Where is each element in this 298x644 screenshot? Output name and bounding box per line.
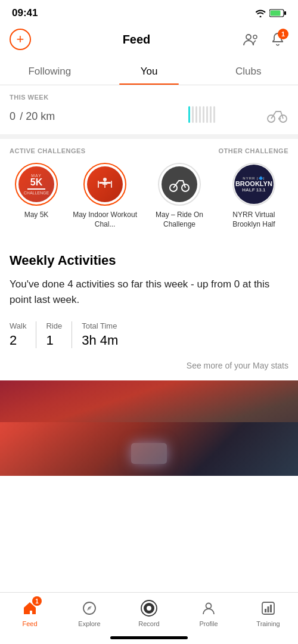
add-button[interactable]: + bbox=[10, 29, 31, 50]
nav-training-label: Training bbox=[256, 620, 280, 627]
svg-rect-2 bbox=[271, 11, 281, 16]
indoor-icon bbox=[95, 175, 114, 194]
status-icons bbox=[255, 9, 286, 17]
nav-feed[interactable]: 1 Feed bbox=[9, 599, 51, 627]
battery-icon bbox=[269, 9, 286, 17]
challenge-name: May – Ride On Challenge bbox=[147, 210, 212, 229]
challenge-name: May 5K bbox=[24, 210, 49, 220]
nav-profile[interactable]: Profile bbox=[188, 599, 229, 627]
this-week-label: THIS WEEK bbox=[10, 94, 288, 101]
stat-ride-value: 1 bbox=[46, 333, 62, 348]
home-indicator bbox=[110, 636, 188, 639]
header-actions: 1 bbox=[242, 29, 288, 50]
nav-record-label: Record bbox=[138, 620, 159, 627]
see-more-stats-link[interactable]: See more of your May stats bbox=[187, 361, 288, 370]
challenge-ride[interactable]: May – Ride On Challenge bbox=[147, 163, 212, 229]
stat-time-value: 3h 4m bbox=[82, 333, 118, 348]
people-button[interactable] bbox=[242, 32, 260, 47]
progress-fill bbox=[188, 106, 190, 123]
svg-rect-24 bbox=[265, 609, 266, 612]
this-week-section: THIS WEEK 0 / 20 km bbox=[0, 85, 298, 126]
bike-icon bbox=[267, 106, 287, 123]
other-challenges-label: OTHER CHALLENGE bbox=[219, 147, 289, 154]
stat-ride: Ride 1 bbox=[46, 321, 72, 348]
this-week-distance: 0 / 20 km bbox=[10, 106, 55, 124]
svg-rect-10 bbox=[111, 181, 112, 188]
svg-rect-25 bbox=[268, 606, 269, 612]
weekly-stats: Walk 2 Ride 1 Total Time 3h 4m bbox=[10, 321, 288, 348]
challenge-brooklyn[interactable]: NYRR |🔷| BROOKLYN HALF 13.1 NYRR Virtual… bbox=[219, 163, 288, 229]
challenge-indoor[interactable]: May Indoor Workout Chal... bbox=[70, 163, 139, 229]
header-title: Feed bbox=[123, 33, 151, 47]
section-divider bbox=[0, 134, 298, 139]
weekly-title: Weekly Activities bbox=[10, 253, 288, 268]
challenges-section: ACTIVE CHALLENGES OTHER CHALLENGE MAY 5K… bbox=[0, 139, 298, 239]
stat-ride-label: Ride bbox=[46, 321, 62, 330]
challenge-name: NYRR Virtual Brooklyn Half bbox=[219, 210, 288, 229]
stat-time-label: Total Time bbox=[82, 321, 118, 330]
nav-profile-label: Profile bbox=[199, 620, 218, 627]
svg-point-22 bbox=[206, 603, 212, 609]
svg-rect-1 bbox=[284, 11, 286, 15]
notification-badge: 1 bbox=[278, 29, 288, 39]
bike-icon-container bbox=[266, 103, 288, 126]
challenge-may5k[interactable]: MAY 5K CHALLENGE May 5K bbox=[10, 163, 63, 229]
svg-point-11 bbox=[103, 178, 107, 181]
nav-explore-label: Explore bbox=[78, 620, 100, 627]
progress-area bbox=[188, 103, 288, 126]
feed-badge: 1 bbox=[32, 596, 42, 606]
weekly-activities-section: Weekly Activities You've done 4 activiti… bbox=[0, 239, 298, 380]
compass-icon bbox=[82, 600, 97, 616]
app-header: + Feed 1 bbox=[0, 24, 298, 57]
training-icon bbox=[260, 600, 276, 616]
challenge-name: May Indoor Workout Chal... bbox=[70, 210, 139, 229]
status-time: 09:41 bbox=[12, 7, 38, 19]
weekly-description: You've done 4 activities so far this wee… bbox=[10, 277, 288, 307]
svg-rect-26 bbox=[270, 605, 272, 612]
nav-feed-label: Feed bbox=[22, 620, 37, 627]
active-challenges-label: ACTIVE CHALLENGES bbox=[10, 147, 86, 154]
wifi-icon bbox=[255, 9, 266, 17]
people-icon bbox=[242, 32, 260, 47]
status-bar: 09:41 bbox=[0, 0, 298, 24]
challenges-list[interactable]: MAY 5K CHALLENGE May 5K bbox=[0, 163, 298, 239]
feed-tabs: Following You Clubs bbox=[0, 57, 298, 85]
stat-walk: Walk 2 bbox=[10, 321, 36, 348]
svg-point-3 bbox=[246, 35, 251, 39]
stat-total-time: Total Time 3h 4m bbox=[82, 321, 128, 348]
profile-icon bbox=[201, 600, 216, 616]
stat-walk-value: 2 bbox=[10, 333, 26, 348]
tab-you[interactable]: You bbox=[100, 57, 199, 85]
record-icon bbox=[140, 599, 158, 617]
photo-section bbox=[0, 380, 298, 476]
notifications-button[interactable]: 1 bbox=[267, 29, 288, 50]
tab-following[interactable]: Following bbox=[0, 57, 100, 85]
nav-explore[interactable]: Explore bbox=[69, 599, 110, 627]
tab-clubs[interactable]: Clubs bbox=[198, 57, 298, 85]
nav-training[interactable]: Training bbox=[247, 599, 289, 627]
nav-record[interactable]: Record bbox=[128, 599, 170, 627]
svg-point-4 bbox=[253, 35, 257, 39]
svg-rect-9 bbox=[98, 181, 99, 188]
plus-icon: + bbox=[17, 32, 24, 47]
stat-walk-label: Walk bbox=[10, 321, 26, 330]
ride-icon bbox=[169, 176, 190, 193]
svg-point-21 bbox=[147, 606, 151, 611]
